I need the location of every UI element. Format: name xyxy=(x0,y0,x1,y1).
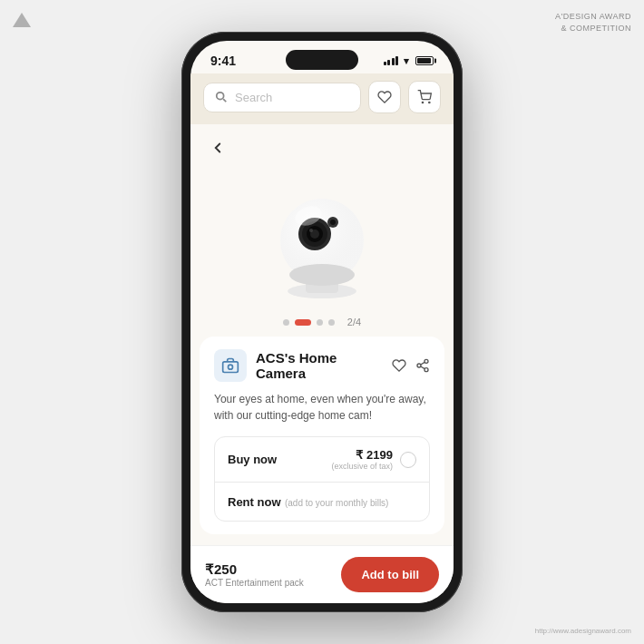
dynamic-island xyxy=(286,50,358,70)
svg-point-0 xyxy=(217,93,224,100)
svg-rect-17 xyxy=(223,362,239,373)
options-container: Buy now ₹ 2199 (exclusive of tax) Rent n… xyxy=(214,436,430,522)
product-area: 2/4 ACS's Home Camera xyxy=(190,124,454,540)
favorite-icon[interactable] xyxy=(392,358,406,373)
dot-1 xyxy=(283,319,289,326)
product-header: ACS's Home Camera xyxy=(214,349,430,382)
rent-option[interactable]: Rent now (add to your monthly bills) xyxy=(215,482,429,521)
rent-note: (add to your monthly bills) xyxy=(285,498,389,508)
bottom-bar: ₹250 ACT Entertainment pack Add to bill xyxy=(190,545,454,603)
dot-4 xyxy=(328,319,335,326)
product-actions xyxy=(392,358,430,373)
cart-icon xyxy=(417,90,432,104)
adesign-line1: A'DESIGN AWARD xyxy=(555,12,631,21)
signal-bar-4 xyxy=(395,56,398,65)
signal-icon xyxy=(384,56,399,65)
search-area: Search xyxy=(190,73,454,124)
svg-point-13 xyxy=(309,229,313,232)
svg-line-23 xyxy=(421,362,425,365)
url-text: http://www.adesignaward.com xyxy=(535,627,631,635)
pagination: 2/4 xyxy=(190,311,454,337)
svg-point-19 xyxy=(424,359,428,363)
bottom-price-label: ACT Entertainment pack xyxy=(205,578,304,588)
add-to-bill-button[interactable]: Add to bill xyxy=(341,557,439,592)
bottom-price: ₹250 xyxy=(205,561,304,578)
product-icon-box xyxy=(214,349,247,382)
battery-fill xyxy=(417,58,431,63)
dot-2 xyxy=(295,319,311,326)
phone-shell: 9:41 ▾ Search xyxy=(181,32,463,612)
status-icons: ▾ xyxy=(384,55,434,67)
adesign-logo: A'DESIGN AWARD & COMPETITION xyxy=(555,11,631,34)
search-icon xyxy=(215,91,228,103)
svg-point-8 xyxy=(289,264,355,286)
buy-option[interactable]: Buy now ₹ 2199 (exclusive of tax) xyxy=(215,437,429,482)
share-icon[interactable] xyxy=(415,358,430,373)
bottom-price-info: ₹250 ACT Entertainment pack xyxy=(205,561,304,588)
signal-bar-3 xyxy=(392,58,395,65)
wifi-icon: ▾ xyxy=(404,55,409,67)
pagination-label: 2/4 xyxy=(347,317,361,327)
product-image-container xyxy=(190,166,454,311)
product-description: Your eyes at home, even when you're away… xyxy=(214,391,430,424)
search-box[interactable]: Search xyxy=(203,83,361,112)
svg-point-2 xyxy=(422,102,423,102)
battery-icon xyxy=(415,56,434,65)
svg-point-21 xyxy=(424,368,428,372)
buy-radio[interactable] xyxy=(400,452,416,468)
product-info: ACS's Home Camera Your eyes at home, eve… xyxy=(200,337,444,534)
wishlist-button[interactable] xyxy=(368,81,401,113)
buy-price-note: (exclusive of tax) xyxy=(331,462,393,471)
svg-point-15 xyxy=(330,220,336,225)
buy-label: Buy now xyxy=(228,453,277,466)
svg-point-20 xyxy=(417,364,421,367)
signal-bar-2 xyxy=(387,60,390,65)
back-arrow-icon xyxy=(210,140,226,156)
dot-3 xyxy=(317,319,323,326)
svg-line-1 xyxy=(223,99,226,102)
phone-screen: 9:41 ▾ Search xyxy=(190,41,454,603)
camera-brand-icon xyxy=(221,356,239,375)
product-image xyxy=(259,175,385,302)
triangle-logo xyxy=(13,13,31,27)
status-time: 9:41 xyxy=(210,54,236,68)
cart-button[interactable] xyxy=(408,81,441,113)
buy-price: ₹ 2199 xyxy=(331,448,393,462)
product-title: ACS's Home Camera xyxy=(256,350,383,381)
back-button-area xyxy=(190,124,454,166)
search-placeholder: Search xyxy=(235,91,349,104)
svg-line-22 xyxy=(421,366,425,369)
heart-icon xyxy=(377,90,392,104)
signal-bar-1 xyxy=(384,62,386,65)
rent-label: Rent now xyxy=(228,495,281,509)
svg-point-18 xyxy=(229,365,233,369)
svg-point-3 xyxy=(429,102,430,102)
back-button[interactable] xyxy=(205,135,230,161)
adesign-line2: & COMPETITION xyxy=(561,24,631,33)
